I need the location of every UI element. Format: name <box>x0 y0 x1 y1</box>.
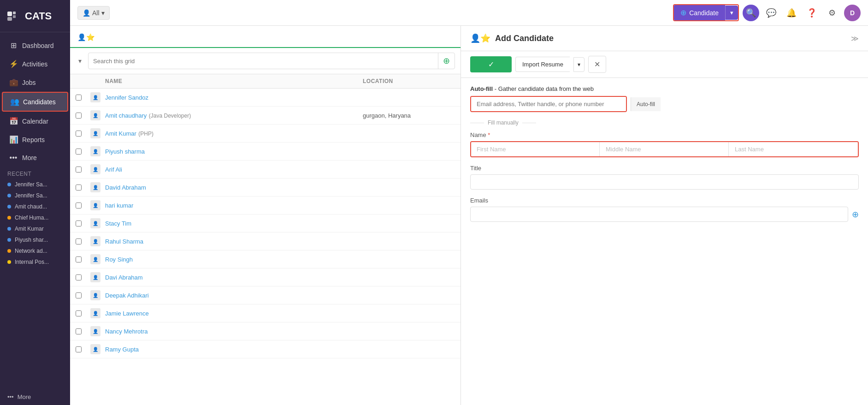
row-checkbox[interactable] <box>76 310 82 316</box>
add-candidate-button[interactable]: ⊕ Candidate <box>674 5 725 20</box>
row-checkbox[interactable] <box>76 274 82 280</box>
candidate-name[interactable]: Stacy Tim <box>105 220 131 227</box>
sidebar-item-label: Dashboard <box>22 42 54 49</box>
sidebar-item-jobs[interactable]: 💼 Jobs <box>2 73 68 91</box>
candidate-name[interactable]: Nancy Mehrotra <box>105 328 148 335</box>
candidate-name[interactable]: Arif Ali <box>105 166 122 173</box>
recent-dot <box>7 260 11 264</box>
candidate-avatar-icon: 👤 <box>90 272 100 282</box>
first-name-input[interactable] <box>471 142 600 156</box>
autofill-input[interactable] <box>471 97 626 111</box>
header-left: 👤 All ▾ <box>77 6 110 20</box>
row-checkbox[interactable] <box>76 256 82 262</box>
recent-section-label: Recent <box>0 167 70 179</box>
expand-panel-button[interactable]: ≫ <box>851 34 859 43</box>
candidate-location: gurgaon, Haryana <box>363 112 455 119</box>
title-input[interactable] <box>470 174 859 190</box>
recent-item-name: Amit Kumar <box>15 226 44 232</box>
email-row: ⊕ <box>470 207 859 222</box>
autofill-button[interactable]: Auto-fill <box>631 97 661 111</box>
add-email-icon: ⊕ <box>852 210 859 219</box>
sidebar-item-label: Candidates <box>23 98 56 106</box>
table-row: 👤 Rahul Sharma <box>70 232 461 250</box>
recent-item[interactable]: Jennifer Sa... <box>0 190 70 201</box>
candidate-name[interactable]: Amit Kumar <box>105 130 136 137</box>
app-logo: CATS <box>0 0 70 32</box>
recent-item[interactable]: Internal Pos... <box>0 256 70 268</box>
row-checkbox[interactable] <box>76 292 82 298</box>
add-candidate-dropdown-btn[interactable]: ▾ <box>725 6 738 20</box>
content-area: 👤⭐ ▾ ⊕ NAME LOCATION <box>70 26 868 405</box>
sidebar-item-dashboard[interactable]: ⊞ Dashboard <box>2 36 68 54</box>
import-resume-button[interactable]: Import Resume <box>515 57 570 72</box>
candidate-name[interactable]: Ramy Gupta <box>105 346 139 353</box>
help-button[interactable]: ❓ <box>803 5 820 21</box>
close-panel-button[interactable]: ✕ <box>588 56 606 73</box>
recent-item[interactable]: Piyush shar... <box>0 234 70 245</box>
recent-dot <box>7 227 11 231</box>
app-name: CATS <box>25 10 52 22</box>
sidebar-nav: ⊞ Dashboard ⚡ Activities 💼 Jobs 👥 Candid… <box>0 32 70 389</box>
search-button[interactable]: 🔍 <box>743 5 759 21</box>
sidebar-item-activities[interactable]: ⚡ Activities <box>2 55 68 73</box>
search-box: ⊕ <box>88 53 455 69</box>
autofill-strong-label: Auto-fill <box>470 85 493 92</box>
last-name-input[interactable] <box>729 142 858 156</box>
tab-candidates[interactable]: 👤⭐ <box>70 28 102 48</box>
search-add-btn[interactable]: ⊕ <box>438 53 455 69</box>
recent-item[interactable]: Amit chaud... <box>0 201 70 212</box>
candidate-name[interactable]: Davi Abraham <box>105 274 143 281</box>
recent-item[interactable]: Chief Huma... <box>0 212 70 223</box>
sidebar-more-btn[interactable]: ••• More <box>0 389 70 405</box>
candidate-name[interactable]: David Abraham <box>105 184 146 191</box>
row-checkbox[interactable] <box>76 131 82 137</box>
row-checkbox[interactable] <box>76 328 82 334</box>
col-header-name: NAME <box>105 78 363 84</box>
recent-item[interactable]: Amit Kumar <box>0 223 70 234</box>
candidate-name[interactable]: Jamie Lawrence <box>105 310 149 317</box>
middle-name-input[interactable] <box>600 142 729 156</box>
confirm-button[interactable]: ✓ <box>470 56 512 72</box>
sidebar-item-calendar[interactable]: 📅 Calendar <box>2 112 68 130</box>
filter-toggle-btn[interactable]: ▾ <box>76 55 84 66</box>
email-input[interactable] <box>470 207 848 222</box>
autofill-btn-label: Auto-fill <box>637 101 655 107</box>
all-filter-btn[interactable]: 👤 All ▾ <box>77 6 110 20</box>
row-checkbox[interactable] <box>76 113 82 119</box>
recent-item[interactable]: Network ad... <box>0 245 70 256</box>
search-input[interactable] <box>89 55 438 67</box>
notifications-button[interactable]: 🔔 <box>783 5 800 21</box>
sidebar-item-candidates[interactable]: 👥 Candidates <box>2 92 68 112</box>
candidate-avatar-icon: 👤 <box>90 344 100 354</box>
recent-item[interactable]: Jennifer Sa... <box>0 179 70 190</box>
sidebar-item-reports[interactable]: 📊 Reports <box>2 131 68 149</box>
candidate-name[interactable]: hari kumar <box>105 202 133 209</box>
candidate-name[interactable]: Deepak Adhikari <box>105 292 149 299</box>
import-resume-dropdown-btn[interactable]: ▾ <box>573 57 585 72</box>
help-icon: ❓ <box>807 8 817 18</box>
row-checkbox[interactable] <box>76 346 82 352</box>
sidebar-item-label: More <box>22 154 37 161</box>
row-checkbox[interactable] <box>76 95 82 101</box>
sidebar-item-more[interactable]: ••• More <box>2 149 68 167</box>
add-email-button[interactable]: ⊕ <box>852 209 859 220</box>
row-checkbox[interactable] <box>76 220 82 226</box>
autofill-input-container <box>470 96 627 112</box>
settings-button[interactable]: ⚙ <box>824 5 840 21</box>
svg-rect-1 <box>13 12 16 14</box>
row-checkbox[interactable] <box>76 149 82 155</box>
candidate-avatar-icon: 👤 <box>90 254 100 264</box>
user-avatar-button[interactable]: D <box>844 5 861 21</box>
row-checkbox[interactable] <box>76 238 82 244</box>
row-checkbox[interactable] <box>76 167 82 173</box>
candidate-name[interactable]: Roy Singh <box>105 256 133 263</box>
row-checkbox[interactable] <box>76 185 82 191</box>
candidate-name[interactable]: Piyush sharma <box>105 148 145 155</box>
candidate-name[interactable]: Amit chaudhary <box>105 112 147 119</box>
candidate-name[interactable]: Jennifer Sandoz <box>105 94 148 101</box>
candidate-name[interactable]: Rahul Sharma <box>105 238 143 245</box>
chat-button[interactable]: 💬 <box>763 5 779 21</box>
candidate-avatar-icon: 👤 <box>90 146 100 156</box>
row-checkbox[interactable] <box>76 202 82 208</box>
candidates-table: 👤 Jennifer Sandoz 👤 Amit chaudhary (Java… <box>70 89 461 405</box>
